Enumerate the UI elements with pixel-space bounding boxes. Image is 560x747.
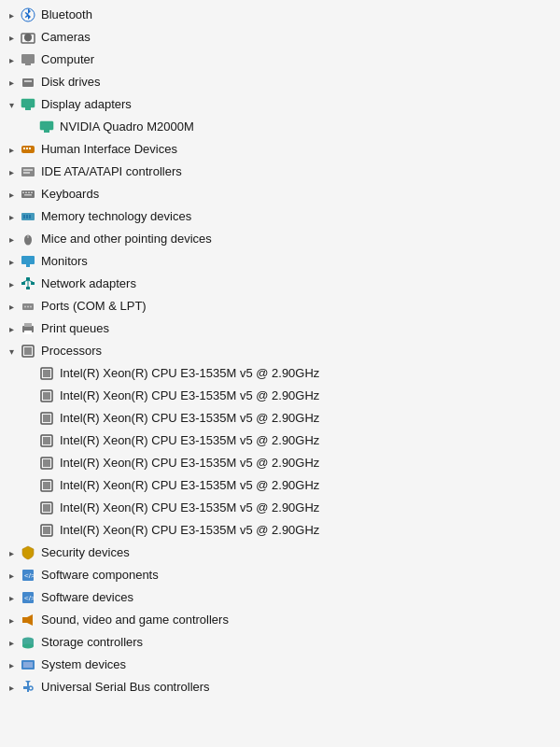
label-cpu2: Intel(R) Xeon(R) CPU E3-1535M v5 @ 2.90G… xyxy=(60,388,319,404)
tree-item-usb[interactable]: Universal Serial Bus controllers xyxy=(0,676,560,698)
tree-item-cpu1[interactable]: Intel(R) Xeon(R) CPU E3-1535M v5 @ 2.90G… xyxy=(0,362,560,385)
tree-item-nvidia[interactable]: NVIDIA Quadro M2000M xyxy=(0,116,560,138)
svg-rect-62 xyxy=(43,504,50,512)
chevron-ide[interactable] xyxy=(4,164,19,179)
svg-rect-8 xyxy=(21,99,35,107)
chevron-system-devices[interactable] xyxy=(4,657,19,672)
tree-item-computer[interactable]: Computer xyxy=(0,49,560,71)
svg-rect-54 xyxy=(43,415,50,422)
chevron-keyboards[interactable] xyxy=(4,187,19,202)
tree-item-cpu3[interactable]: Intel(R) Xeon(R) CPU E3-1535M v5 @ 2.90G… xyxy=(0,407,560,430)
tree-item-system-devices[interactable]: System devices xyxy=(0,654,560,676)
tree-item-ide[interactable]: IDE ATA/ATAPI controllers xyxy=(0,161,560,183)
chevron-security[interactable] xyxy=(4,545,19,560)
label-disk-drives: Disk drives xyxy=(41,74,101,91)
chevron-hid[interactable] xyxy=(4,142,19,157)
tree-item-print-queues[interactable]: Print queues xyxy=(0,317,560,340)
svg-rect-9 xyxy=(25,107,31,110)
tree-item-monitors[interactable]: Monitors xyxy=(0,250,560,273)
chevron-mice[interactable] xyxy=(4,232,19,247)
tree-item-keyboards[interactable]: Keyboards xyxy=(0,183,560,205)
tree-item-software-devices[interactable]: </>Software devices xyxy=(0,586,560,609)
tree-item-cpu4[interactable]: Intel(R) Xeon(R) CPU E3-1535M v5 @ 2.90G… xyxy=(0,430,560,452)
svg-rect-10 xyxy=(40,121,53,130)
svg-rect-69 xyxy=(22,617,27,623)
chevron-network[interactable] xyxy=(4,276,19,291)
label-usb: Universal Serial Bus controllers xyxy=(41,679,210,696)
svg-rect-17 xyxy=(23,169,33,171)
tree-item-bluetooth[interactable]: Bluetooth xyxy=(0,4,560,26)
icon-monitors xyxy=(19,252,37,271)
chevron-processors[interactable] xyxy=(4,344,19,359)
chevron-print-queues[interactable] xyxy=(4,321,19,336)
svg-rect-4 xyxy=(21,54,35,63)
label-cpu8: Intel(R) Xeon(R) CPU E3-1535M v5 @ 2.90G… xyxy=(60,522,319,539)
tree-item-sound[interactable]: Sound, video and game controllers xyxy=(0,609,560,631)
tree-item-software-components[interactable]: </>Software components xyxy=(0,564,560,586)
label-software-devices: Software devices xyxy=(41,589,133,606)
chevron-memory-tech[interactable] xyxy=(4,209,19,224)
icon-computer xyxy=(19,50,37,69)
label-software-components: Software components xyxy=(41,567,159,584)
tree-item-display-adapters[interactable]: Display adapters xyxy=(0,93,560,116)
svg-rect-36 xyxy=(26,287,30,289)
icon-cameras xyxy=(19,28,37,47)
svg-rect-48 xyxy=(24,347,32,355)
chevron-bluetooth[interactable] xyxy=(4,7,19,22)
tree-item-cpu2[interactable]: Intel(R) Xeon(R) CPU E3-1535M v5 @ 2.90G… xyxy=(0,385,560,407)
svg-rect-60 xyxy=(43,482,50,489)
svg-rect-18 xyxy=(23,172,30,174)
tree-item-memory-tech[interactable]: Memory technology devices xyxy=(0,205,560,228)
tree-item-ports[interactable]: Ports (COM & LPT) xyxy=(0,295,560,317)
chevron-ports[interactable] xyxy=(4,299,19,314)
tree-item-mice[interactable]: Mice and other pointing devices xyxy=(0,228,560,250)
svg-rect-35 xyxy=(31,282,35,285)
svg-rect-20 xyxy=(22,192,24,194)
svg-rect-28 xyxy=(29,215,31,218)
icon-disk-drives xyxy=(19,73,37,92)
tree-item-cpu6[interactable]: Intel(R) Xeon(R) CPU E3-1535M v5 @ 2.90G… xyxy=(0,474,560,497)
tree-item-processors[interactable]: Processors xyxy=(0,340,560,362)
svg-point-79 xyxy=(29,686,33,690)
label-hid: Human Interface Devices xyxy=(41,141,177,158)
svg-rect-6 xyxy=(22,78,34,87)
chevron-storage[interactable] xyxy=(4,635,19,650)
icon-display-adapters xyxy=(19,95,37,114)
tree-item-cameras[interactable]: Cameras xyxy=(0,26,560,49)
label-ide: IDE ATA/ATAPI controllers xyxy=(41,163,182,180)
icon-software-devices: </> xyxy=(19,588,37,607)
svg-rect-26 xyxy=(23,215,25,218)
tree-item-network[interactable]: Network adapters xyxy=(0,273,560,295)
chevron-monitors[interactable] xyxy=(4,254,19,269)
chevron-sound[interactable] xyxy=(4,613,19,627)
tree-item-storage[interactable]: Storage controllers xyxy=(0,631,560,654)
chevron-cameras[interactable] xyxy=(4,30,19,45)
chevron-disk-drives[interactable] xyxy=(4,75,19,90)
chevron-display-adapters[interactable] xyxy=(4,97,19,112)
tree-item-cpu8[interactable]: Intel(R) Xeon(R) CPU E3-1535M v5 @ 2.90G… xyxy=(0,519,560,542)
label-system-devices: System devices xyxy=(41,656,126,673)
icon-cpu4 xyxy=(37,431,56,450)
chevron-software-devices[interactable] xyxy=(4,590,19,605)
tree-item-hid[interactable]: Human Interface Devices xyxy=(0,138,560,161)
tree-item-security[interactable]: Security devices xyxy=(0,542,560,564)
chevron-computer[interactable] xyxy=(4,52,19,67)
label-monitors: Monitors xyxy=(41,253,88,270)
chevron-usb[interactable] xyxy=(4,680,19,695)
icon-cpu8 xyxy=(37,521,56,540)
tree-item-disk-drives[interactable]: Disk drives xyxy=(0,71,560,93)
icon-memory-tech xyxy=(19,207,37,226)
icon-processors xyxy=(19,342,37,360)
chevron-software-components[interactable] xyxy=(4,568,19,583)
svg-rect-45 xyxy=(24,323,32,327)
icon-cpu1 xyxy=(37,364,56,383)
icon-usb xyxy=(19,678,37,697)
icon-print-queues xyxy=(19,319,37,338)
tree-item-cpu7[interactable]: Intel(R) Xeon(R) CPU E3-1535M v5 @ 2.90G… xyxy=(0,497,560,519)
label-cpu7: Intel(R) Xeon(R) CPU E3-1535M v5 @ 2.90G… xyxy=(60,500,319,516)
icon-ports xyxy=(19,297,37,316)
tree-item-cpu5[interactable]: Intel(R) Xeon(R) CPU E3-1535M v5 @ 2.90G… xyxy=(0,452,560,474)
label-cpu1: Intel(R) Xeon(R) CPU E3-1535M v5 @ 2.90G… xyxy=(60,365,319,382)
svg-rect-78 xyxy=(23,686,28,689)
svg-rect-5 xyxy=(25,63,31,65)
